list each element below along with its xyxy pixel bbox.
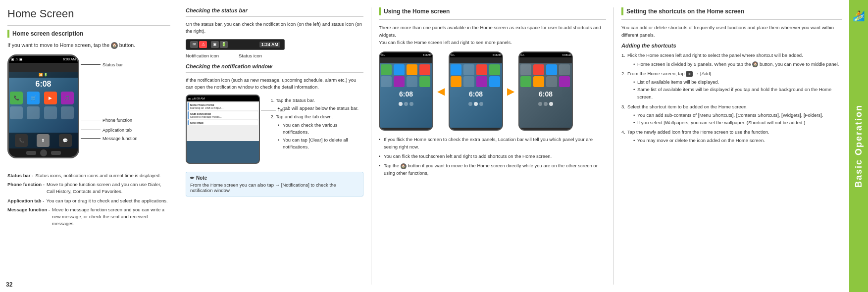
step-num-1: 1. bbox=[621, 51, 625, 67]
notif-icon-email: ✉ bbox=[190, 41, 198, 48]
accent-bar bbox=[7, 30, 9, 38]
shortcuts-intro: You can add or delete shortcuts of frequ… bbox=[621, 24, 842, 39]
col3-using-home: Using the Home screen There are more tha… bbox=[371, 7, 614, 285]
step-2-sub2: You can tap [Clear] to delete all notifi… bbox=[278, 137, 363, 151]
status-icon-battery: 🔋 bbox=[220, 41, 228, 48]
using-home-heading: Using the Home screen bbox=[384, 8, 450, 15]
step-text-2: From the Home screen, tap ≡ → [Add]. bbox=[627, 71, 713, 76]
application-tab-label: Application tab bbox=[102, 128, 132, 133]
mini-phone-3: ✉⚠6:08AM 6:08 bbox=[518, 51, 573, 131]
step-2: Tap and drag the tab down. bbox=[276, 113, 363, 120]
notification-label: Notification icon bbox=[186, 53, 219, 58]
side-tab-label: Basic Operation bbox=[854, 104, 864, 188]
message-function-label: Message function bbox=[102, 136, 138, 141]
def-term-phone: Phone function - bbox=[7, 181, 45, 195]
side-tab: 🏄 Basic Operation bbox=[849, 0, 868, 292]
mini-phone-1: ✉⚠6:08AM 6:08 bbox=[379, 51, 433, 131]
right-arrow-icon: ▶ bbox=[507, 85, 514, 97]
notification-screenshot: ✉ ⚠6:08 AM Moto Phone PortalRunning on U… bbox=[186, 95, 260, 164]
mini-phone-2: ✉⚠6:08AM 6:08 bbox=[449, 51, 503, 131]
notif-item-email: New email bbox=[188, 120, 258, 125]
home-button-icon: 🏠 bbox=[401, 163, 407, 169]
def-desc-msg: Move to message function screen and you … bbox=[52, 206, 170, 228]
home-screen-bullets: If you flick the Home screen to check th… bbox=[379, 136, 606, 177]
home-bullet-3: Tap the 🏠 button if you want to move to … bbox=[379, 162, 606, 177]
status-label: Status icon bbox=[239, 53, 262, 58]
def-desc-status: Status icons, notification icons and cur… bbox=[35, 172, 160, 179]
using-home-intro: There are more than one panels available… bbox=[379, 24, 606, 47]
home-bullet-2: You can flick the touchscreen left and r… bbox=[379, 152, 606, 160]
left-arrow-icon: ◀ bbox=[437, 85, 445, 97]
steps-list: Tap the Status bar. Tab will appear belo… bbox=[270, 97, 363, 151]
col2-status-bar: Checking the status bar On the status ba… bbox=[178, 7, 371, 285]
checking-notif-heading: Checking the notification window bbox=[186, 63, 363, 69]
status-icon-signal: ▣ bbox=[211, 41, 219, 48]
status-bar-demo: ✉ ⚠ ▣ 🔋 1:24 AM bbox=[186, 39, 285, 50]
shortcuts-numbered-list: 1. Flick the Home screen left and right … bbox=[621, 51, 842, 144]
col4-shortcuts: Setting the shortcuts on the Home screen… bbox=[614, 7, 849, 285]
def-desc-phone: Move to phone function screen and you ca… bbox=[47, 181, 170, 195]
step-text-1: Flick the Home screen left and right to … bbox=[627, 52, 803, 58]
phone-function-label: Phone function bbox=[102, 118, 132, 123]
note-label: Note bbox=[196, 175, 207, 181]
step-2-sub1: You can check the various notifications. bbox=[278, 122, 363, 136]
step-text-4: Tap the newly added icon from the Home s… bbox=[627, 129, 769, 135]
note-text: From the Home screen you can also tap → … bbox=[190, 182, 336, 193]
def-term-msg: Message function - bbox=[7, 206, 50, 228]
def-term-status: Status bar - bbox=[7, 172, 33, 179]
home-bullet-1: If you flick the Home screen to check th… bbox=[379, 136, 606, 150]
step-2-sub-1: List of available items will be displaye… bbox=[633, 78, 842, 86]
shortcuts-heading: Setting the shortcuts on the Home screen bbox=[626, 8, 744, 15]
accent-bar-col4 bbox=[621, 7, 623, 15]
step-1: Tap the Status bar. bbox=[276, 97, 363, 104]
status-bar-label: Status bar bbox=[102, 62, 123, 67]
note-icon: ✏ bbox=[190, 175, 194, 181]
adding-shortcuts-heading: Adding the shortcuts bbox=[621, 43, 842, 49]
home-screen-images: ✉⚠6:08AM 6:08 bbox=[379, 51, 606, 131]
step-1-sub-1: Home screen is divided by 5 panels. When… bbox=[633, 60, 839, 68]
home-btn-icon-1: 🏠 bbox=[752, 61, 758, 67]
notif-item-moto: Moto Phone PortalRunning on USB at http:… bbox=[188, 102, 258, 110]
home-intro-text: If you want to move to Home screen, tap … bbox=[7, 42, 170, 49]
page-number-left: 32 bbox=[6, 281, 12, 288]
person-icon: 🏄 bbox=[853, 10, 865, 22]
step-2-sub-2: Same list of available items will be dis… bbox=[633, 86, 842, 100]
page-title: Home Screen bbox=[7, 7, 170, 20]
menu-icon: ≡ bbox=[686, 71, 693, 77]
note-box: ✏ Note From the Home screen you can also… bbox=[186, 172, 363, 196]
step-num-3: 3. bbox=[621, 103, 625, 127]
col1-home-screen: Home Screen Home screen description If y… bbox=[0, 7, 178, 285]
step-4-sub-1: You may move or delete the icon added on… bbox=[633, 137, 769, 144]
checking-status-desc: On the status bar, you can check the not… bbox=[186, 21, 363, 35]
step-num-4: 4. bbox=[621, 128, 625, 144]
phone-diagram: ▣ ⚠ ▣ 6:08 AM 📶 🔋 6:08 📞 🛒 ▶ 🎵 bbox=[7, 54, 79, 158]
step-1-sub: Tab will appear below the status bar. bbox=[278, 105, 363, 112]
def-desc-app: You can tap or drag it to check and sele… bbox=[46, 197, 167, 204]
step-3-sub-2: If you select [Wallpapers] you can set t… bbox=[633, 119, 823, 126]
step-3-sub-1: You can add sub-contents of [Menu Shortc… bbox=[633, 111, 823, 119]
def-term-app: Application tab - bbox=[7, 197, 44, 204]
notif-icon-alert: ⚠ bbox=[199, 41, 207, 48]
notif-item-usb: USB connectionSelect to manage media... bbox=[188, 111, 258, 119]
checking-status-heading: Checking the status bar bbox=[186, 7, 363, 13]
definitions-list: Status bar - Status icons, notification … bbox=[7, 172, 170, 228]
step-text-3: Select the shortcut item to be added on … bbox=[627, 104, 748, 109]
accent-bar-col3 bbox=[379, 7, 381, 15]
checking-notif-desc: If the notification icon (such as new me… bbox=[186, 77, 363, 91]
step-num-2: 2. bbox=[621, 70, 625, 101]
status-time: 1:24 AM bbox=[259, 42, 280, 48]
section-heading-home-desc: Home screen description bbox=[12, 30, 83, 37]
